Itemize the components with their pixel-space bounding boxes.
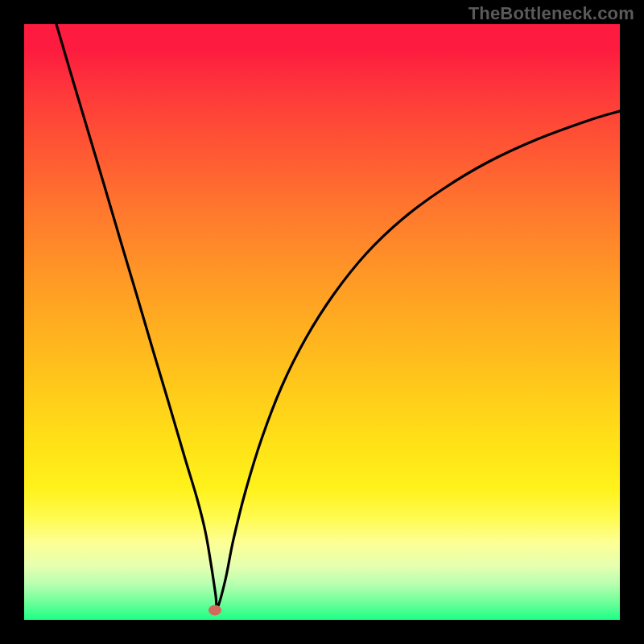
plot-area (24, 24, 620, 620)
chart-frame: TheBottleneck.com (0, 0, 644, 644)
bottleneck-curve (56, 24, 620, 609)
curve-svg (24, 24, 620, 620)
minimum-dot (208, 605, 221, 616)
watermark-text: TheBottleneck.com (469, 3, 634, 24)
